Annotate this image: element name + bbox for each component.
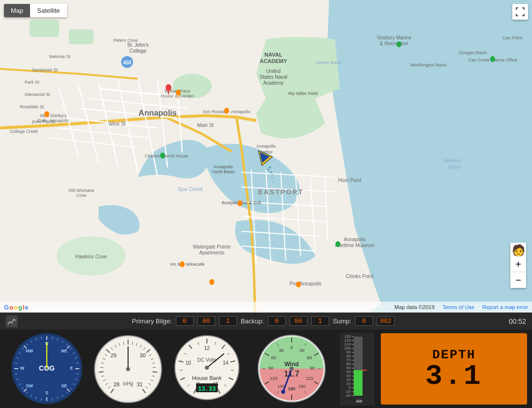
primary-bilge-value3: 1 <box>219 316 237 326</box>
svg-rect-28 <box>69 30 94 44</box>
svg-text:States Naval: States Naval <box>260 74 288 80</box>
svg-text:West St: West St <box>108 121 126 126</box>
map-type-satellite-button[interactable]: Satellite <box>30 4 66 17</box>
svg-point-103 <box>272 182 274 183</box>
svg-point-90 <box>237 200 242 206</box>
svg-text:Yacht Basin: Yacht Basin <box>211 169 234 174</box>
svg-point-93 <box>44 111 49 117</box>
barometer-gauge <box>89 333 167 405</box>
svg-text:Port Annapolis: Port Annapolis <box>290 281 322 286</box>
svg-text:ACADEMY: ACADEMY <box>260 58 287 64</box>
svg-point-96 <box>296 282 301 287</box>
svg-text:Annapolis: Annapolis <box>213 164 233 169</box>
chart-svg <box>7 317 16 325</box>
svg-text:College Creek: College Creek <box>10 129 38 134</box>
svg-text:Charles Carroll House: Charles Carroll House <box>145 154 189 158</box>
svg-text:Maritime Museum: Maritime Museum <box>335 243 374 248</box>
svg-point-84 <box>166 84 171 91</box>
zoom-controls[interactable]: + − <box>510 256 526 288</box>
cog-canvas <box>9 331 85 407</box>
baro-canvas <box>91 332 165 406</box>
depth-display: DEPTH 3.1 <box>381 333 527 405</box>
svg-point-100 <box>269 166 271 168</box>
svg-text:Watergate Pointe: Watergate Pointe <box>193 244 231 250</box>
volts-gauge <box>167 333 246 405</box>
map-container[interactable]: NAVAL ACADEMY United States Naval Academ… <box>0 0 532 313</box>
svg-text:Spa Creek: Spa Creek <box>177 186 203 192</box>
map-footer: Google Map data ©2019 Terms of Use Repor… <box>0 302 532 313</box>
svg-text:Vosbury Marine: Vosbury Marine <box>377 35 411 40</box>
svg-rect-27 <box>30 20 59 37</box>
backup-value2: 00 <box>290 316 307 326</box>
google-logo: Google <box>4 304 29 311</box>
backup-label: Backup: <box>241 317 264 325</box>
svg-text:Annapolis: Annapolis <box>344 237 366 242</box>
svg-point-104 <box>272 174 273 176</box>
zoom-in-button[interactable]: + <box>510 256 526 272</box>
svg-text:Hawkins Cove: Hawkins Cove <box>75 254 107 259</box>
depth-value: 3.1 <box>425 362 482 391</box>
svg-text:Horn Point: Horn Point <box>338 178 361 183</box>
svg-text:Academy: Academy <box>263 80 284 86</box>
svg-text:Dungan Basin: Dungan Basin <box>459 50 487 55</box>
chart-icon[interactable] <box>6 315 18 327</box>
svg-point-105 <box>267 169 269 171</box>
svg-text:Vin 909 Winecafe: Vin 909 Winecafe <box>170 262 204 267</box>
svg-text:Rosedale St: Rosedale St <box>20 104 44 109</box>
svg-text:& Recreation: & Recreation <box>380 41 408 46</box>
fullscreen-button[interactable] <box>512 4 528 20</box>
svg-point-89 <box>160 153 165 158</box>
zoom-out-button[interactable]: − <box>510 272 526 288</box>
primary-bilge-label: Primary Bilge: <box>132 317 172 325</box>
report-map-error-link[interactable]: Report a map error <box>482 304 528 310</box>
svg-text:Worthington Basin: Worthington Basin <box>410 63 446 67</box>
svg-text:Miss Shirley's: Miss Shirley's <box>40 113 67 118</box>
backup-value3: 1 <box>311 316 329 326</box>
map-svg: NAVAL ACADEMY United States Naval Academ… <box>0 0 532 313</box>
svg-text:NAVAL: NAVAL <box>265 52 283 58</box>
sump-value2: 002 <box>377 316 395 326</box>
svg-point-95 <box>490 56 495 62</box>
svg-point-86 <box>176 90 181 95</box>
svg-text:Annapolis: Annapolis <box>138 109 176 117</box>
gauges-area: DEPTH 3.1 <box>0 330 532 408</box>
volts-canvas <box>169 332 245 406</box>
level-canvas <box>340 333 374 406</box>
map-data-copyright: Map data ©2019 <box>395 304 435 310</box>
svg-text:Main St: Main St <box>197 123 214 128</box>
svg-text:College: College <box>130 48 146 54</box>
svg-point-97 <box>209 279 214 285</box>
map-type-controls[interactable]: Map Satellite <box>4 4 67 17</box>
svg-text:Melrose St: Melrose St <box>49 54 71 59</box>
svg-text:Rip Miller Field: Rip Miller Field <box>288 91 318 96</box>
sump-value: 0 <box>355 316 373 326</box>
svg-text:Severn: Severn <box>443 157 461 163</box>
svg-text:Annapolis: Annapolis <box>256 144 276 149</box>
sump-label: Sump: <box>333 317 352 325</box>
svg-point-101 <box>270 171 272 173</box>
map-footer-links: Map data ©2019 Terms of Use Report a map… <box>395 304 528 310</box>
svg-text:Chinks Point: Chinks Point <box>346 274 373 279</box>
status-bar: Primary Bilge: 0 00 1 Backup: 0 00 1 Sum… <box>0 313 532 330</box>
map-type-map-button[interactable]: Map <box>4 4 30 17</box>
terms-of-use-link[interactable]: Terms of Use <box>442 304 474 310</box>
level-bar <box>337 333 377 405</box>
svg-text:United: United <box>266 68 281 74</box>
svg-text:EASTPORT: EASTPORT <box>258 188 303 196</box>
svg-text:Carr Point: Carr Point <box>502 35 523 40</box>
svg-text:Santee Basin: Santee Basin <box>315 60 342 65</box>
bilge-info: Primary Bilge: 0 00 1 Backup: 0 00 1 Sum… <box>132 316 395 326</box>
cog-compass <box>5 333 89 405</box>
svg-point-92 <box>335 241 340 247</box>
time-display: 00:52 <box>509 317 526 325</box>
svg-text:River: River <box>448 164 462 170</box>
svg-point-91 <box>180 261 185 267</box>
svg-point-88 <box>224 108 229 114</box>
primary-bilge-value: 0 <box>176 316 194 326</box>
svg-point-94 <box>397 41 401 47</box>
svg-point-102 <box>271 177 273 178</box>
svg-text:St. John's: St. John's <box>127 42 149 48</box>
svg-text:Cove: Cove <box>76 193 86 198</box>
svg-text:Old Womans: Old Womans <box>68 188 94 193</box>
primary-bilge-value2: 00 <box>198 316 215 326</box>
